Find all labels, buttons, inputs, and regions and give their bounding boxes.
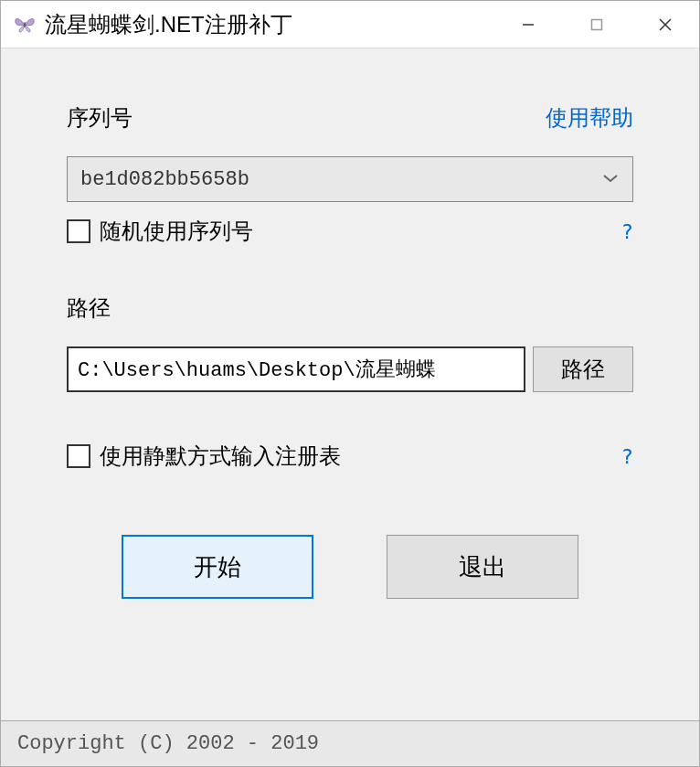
help-link[interactable]: 使用帮助 (546, 103, 633, 133)
close-button[interactable] (631, 1, 699, 48)
titlebar: 流星蝴蝶剑.NET注册补丁 (1, 1, 699, 48)
serial-value: be1d082bb5658b (80, 168, 601, 191)
serial-combobox[interactable]: be1d082bb5658b (67, 156, 633, 202)
silent-help-icon[interactable]: ? (621, 445, 633, 468)
serial-label: 序列号 (67, 103, 133, 133)
random-serial-label: 随机使用序列号 (100, 217, 253, 246)
serial-help-icon[interactable]: ? (621, 220, 633, 243)
content-area: 序列号 使用帮助 be1d082bb5658b 随机使用序列号 ? 路径 C:\… (1, 48, 699, 720)
minimize-button[interactable] (493, 1, 562, 48)
window-controls (493, 1, 699, 48)
silent-mode-checkbox[interactable] (67, 444, 90, 468)
svg-point-0 (24, 22, 26, 27)
path-label: 路径 (67, 293, 111, 323)
footer: Copyright (C) 2002 - 2019 (1, 720, 699, 766)
exit-button[interactable]: 退出 (387, 535, 578, 599)
svg-rect-2 (591, 19, 601, 29)
random-serial-checkbox[interactable] (67, 219, 90, 243)
chevron-down-icon (601, 170, 620, 188)
start-button[interactable]: 开始 (122, 535, 313, 599)
maximize-button[interactable] (562, 1, 631, 48)
path-input[interactable]: C:\Users\huams\Desktop\流星蝴蝶 (67, 346, 525, 392)
window-title: 流星蝴蝶剑.NET注册补丁 (45, 10, 493, 39)
browse-button[interactable]: 路径 (533, 346, 633, 392)
butterfly-icon (12, 12, 37, 37)
silent-mode-label: 使用静默方式输入注册表 (100, 442, 341, 471)
copyright-text: Copyright (C) 2002 - 2019 (17, 732, 319, 755)
app-window: 流星蝴蝶剑.NET注册补丁 序列号 使用帮助 be1d082bb5658b (0, 0, 700, 767)
